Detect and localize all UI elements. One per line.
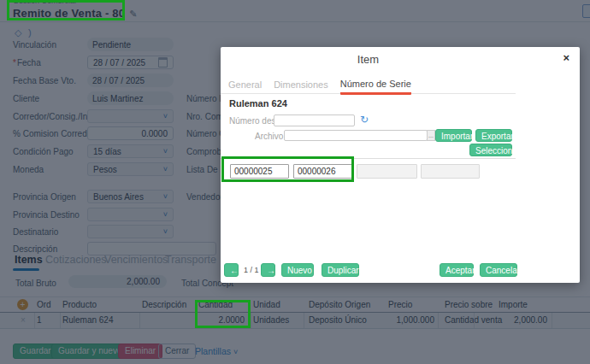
archivo-input[interactable] — [284, 130, 428, 141]
modal-tab-dimensiones[interactable]: Dimensiones — [274, 79, 328, 93]
importar-button[interactable]: Importar — [435, 129, 472, 142]
app-window: Gestión Comercial Remito de Venta - 80✎ … — [0, 0, 590, 364]
duplicar-button[interactable]: Duplicar — [322, 263, 359, 277]
seleccionar-button[interactable]: Seleccionar — [469, 144, 512, 156]
numero-desde-input[interactable] — [274, 114, 355, 126]
modal-tabs: General Dimensiones Número de Serie — [221, 75, 516, 94]
serial-input-2[interactable] — [293, 164, 353, 179]
modal-tab-general[interactable]: General — [228, 79, 262, 93]
modal-divider — [221, 158, 516, 159]
modal-title: Item — [221, 53, 516, 66]
item-modal: Item × General Dimensiones Número de Ser… — [221, 47, 580, 283]
modal-product-name: Ruleman 624 — [229, 98, 287, 109]
serial-input-3 — [357, 164, 417, 179]
aceptar-button[interactable]: Aceptar — [440, 263, 474, 277]
pagination-label: 1 / 1 — [244, 264, 259, 277]
serial-input-4 — [421, 164, 480, 179]
close-icon[interactable]: × — [563, 51, 569, 64]
cancelar-button[interactable]: Cancelar — [480, 263, 517, 277]
serial-input-1[interactable] — [230, 164, 289, 179]
refresh-icon[interactable]: ↻ — [360, 114, 369, 126]
modal-tab-numero-de-serie[interactable]: Número de Serie — [340, 79, 411, 95]
exportar-button[interactable]: Exportar — [475, 129, 512, 142]
nuevo-button[interactable]: Nuevo — [281, 263, 314, 277]
browse-button[interactable]: ... — [427, 130, 435, 141]
next-page-button[interactable]: → — [261, 263, 275, 277]
archivo-label: Archivo — [255, 132, 283, 141]
prev-page-button[interactable]: ← — [224, 263, 239, 277]
